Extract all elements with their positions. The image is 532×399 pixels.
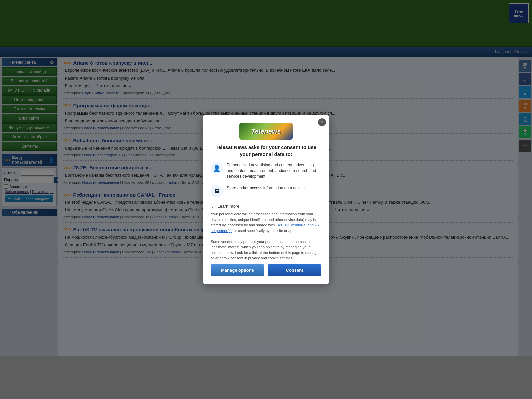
consent-option-2-text: Store and/or access information on a dev… <box>227 185 305 191</box>
legal-text-2: , or used specifically by this site or a… <box>232 229 295 233</box>
consent-option-1-text: Personalised advertising and content, ad… <box>227 162 321 179</box>
consent-device-icon: 🖥 <box>211 185 223 197</box>
chevron-down-icon: ⌄ <box>211 203 215 209</box>
consent-button[interactable]: Consent <box>268 264 321 276</box>
modal-logo-text: Telenews <box>251 128 281 135</box>
consent-person-icon: 👤 <box>211 162 223 174</box>
modal-close-button[interactable]: × <box>318 118 326 126</box>
consent-buttons: Manage options Consent <box>211 264 321 276</box>
consent-legal-text: Your personal data will be processed and… <box>211 211 321 261</box>
legal-text-3: Some vendors may process your personal d… <box>211 240 319 260</box>
device-icon: 🖥 <box>214 188 220 195</box>
modal-title: Telesat News asks for your consent to us… <box>211 144 321 158</box>
consent-modal: × Telenews Telesat News asks for your co… <box>203 115 329 284</box>
modal-logo: Telenews <box>211 123 321 140</box>
manage-options-button[interactable]: Manage options <box>211 264 264 276</box>
consent-option-1: 👤 Personalised advertising and content, … <box>211 162 321 182</box>
learn-more-row[interactable]: ⌄ Learn more <box>211 203 321 209</box>
modal-logo-image: Telenews <box>239 123 293 140</box>
consent-option-2: 🖥 Store and/or access information on a d… <box>211 185 321 200</box>
learn-more-label: Learn more <box>217 204 239 209</box>
person-icon: 👤 <box>213 165 220 172</box>
overlay: × Telenews Telesat News asks for your co… <box>0 0 532 356</box>
